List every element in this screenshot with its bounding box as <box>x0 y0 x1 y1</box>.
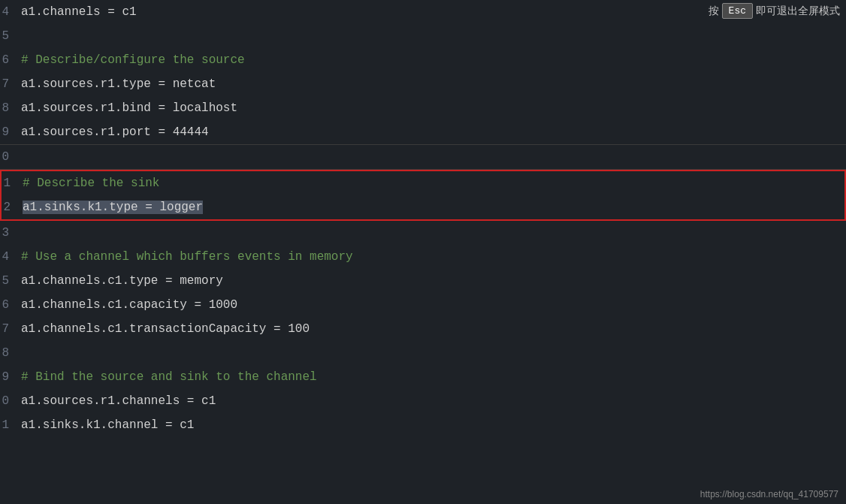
line-number: 5 <box>0 24 21 48</box>
line-number: 6 <box>0 293 21 317</box>
line-content: a1.sinks.k1.channel = c1 <box>21 413 194 437</box>
highlighted-section: 1# Describe the sink2a1.sinks.k1.type = … <box>0 170 846 221</box>
esc-badge: Esc <box>722 3 753 19</box>
code-line: 7a1.sources.r1.type = netcat <box>0 72 846 96</box>
line-number: 5 <box>0 269 21 293</box>
code-line: 5 <box>0 24 846 48</box>
line-content: a1.channels.c1.type = memory <box>21 269 223 293</box>
line-number: 6 <box>0 48 21 72</box>
code-line: 9# Bind the source and sink to the chann… <box>0 365 846 389</box>
top-bar-suffix: 即可退出全屏模式 <box>756 5 840 18</box>
code-line: 6# Describe/configure the source <box>0 48 846 72</box>
line-content: # Describe/configure the source <box>21 48 245 72</box>
code-line: 6a1.channels.c1.capacity = 1000 <box>0 293 846 317</box>
highlighted-line: 2a1.sinks.k1.type = logger <box>2 195 844 219</box>
line-number: 4 <box>0 0 21 24</box>
line-number: 0 <box>0 145 21 169</box>
line-content: a1.sources.r1.bind = localhost <box>21 96 237 120</box>
code-lines: 4a1.channels = c156# Describe/configure … <box>0 0 846 437</box>
line-content: # Use a channel which buffers events in … <box>21 245 353 269</box>
line-number: 9 <box>0 120 21 144</box>
selected-text: a1.sinks.k1.type = logger <box>23 201 203 214</box>
line-number: 3 <box>0 221 21 245</box>
code-line: 8 <box>0 341 846 365</box>
top-bar: 按 Esc 即可退出全屏模式 <box>702 0 846 22</box>
line-content: a1.sources.r1.channels = c1 <box>21 389 216 413</box>
code-line: 1a1.sinks.k1.channel = c1 <box>0 413 846 437</box>
line-content: a1.channels.c1.capacity = 1000 <box>21 293 237 317</box>
line-content: a1.channels = c1 <box>21 0 137 24</box>
bottom-url: https://blog.csdn.net/qq_41709577 <box>700 489 838 499</box>
code-line: 3 <box>0 221 846 245</box>
line-number: 7 <box>0 72 21 96</box>
code-line: 0a1.sources.r1.channels = c1 <box>0 389 846 413</box>
code-line: 0 <box>0 145 846 169</box>
line-number: 1 <box>2 171 23 195</box>
code-line: 4# Use a channel which buffers events in… <box>0 245 846 269</box>
line-number: 4 <box>0 245 21 269</box>
top-bar-prefix: 按 <box>709 5 719 18</box>
code-line: 5a1.channels.c1.type = memory <box>0 269 846 293</box>
line-content: a1.sinks.k1.type = logger <box>23 195 203 219</box>
line-content: a1.sources.r1.port = 44444 <box>21 120 209 144</box>
line-content: # Bind the source and sink to the channe… <box>21 365 317 389</box>
line-number: 0 <box>0 389 21 413</box>
highlighted-line: 1# Describe the sink <box>2 171 844 195</box>
code-line: 9a1.sources.r1.port = 44444 <box>0 120 846 144</box>
line-number: 2 <box>2 195 23 219</box>
code-line: 7a1.channels.c1.transactionCapacity = 10… <box>0 317 846 341</box>
line-content: a1.sources.r1.type = netcat <box>21 72 216 96</box>
code-container: 按 Esc 即可退出全屏模式 4a1.channels = c156# Desc… <box>0 0 846 504</box>
line-number: 8 <box>0 341 21 365</box>
line-number: 9 <box>0 365 21 389</box>
line-content: # Describe the sink <box>23 171 159 195</box>
line-number: 1 <box>0 413 21 437</box>
line-number: 8 <box>0 96 21 120</box>
line-number: 7 <box>0 317 21 341</box>
code-line: 8a1.sources.r1.bind = localhost <box>0 96 846 120</box>
line-content: a1.channels.c1.transactionCapacity = 100 <box>21 317 310 341</box>
